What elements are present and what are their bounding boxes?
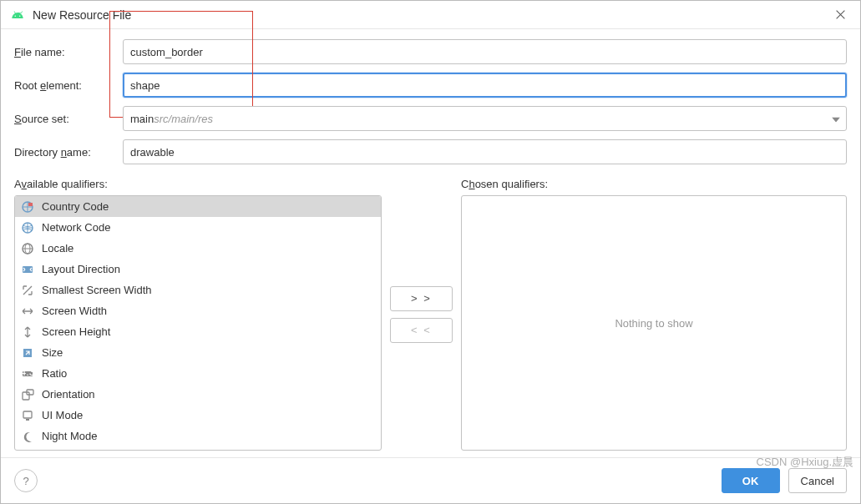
list-item-label: Country Code	[42, 200, 109, 213]
list-item[interactable]: Smallest Screen Width	[15, 280, 381, 300]
dialog-window: New Resource File File name: Root elemen…	[0, 0, 861, 504]
svg-rect-9	[23, 392, 29, 400]
expand-icon	[20, 345, 35, 360]
globe-net-icon	[20, 220, 35, 235]
svg-text:4:3: 4:3	[21, 367, 34, 378]
list-item[interactable]: Orientation	[15, 384, 381, 405]
form-section: File name: Root element: Source set: mai…	[1, 29, 860, 178]
arrows-lr-icon	[20, 262, 35, 277]
list-item[interactable]: Layout Direction	[15, 259, 381, 280]
remove-qualifier-button[interactable]: < <	[390, 318, 453, 343]
list-item-label: Screen Width	[42, 305, 107, 317]
chosen-qualifiers-label: Chosen qualifiers:	[461, 178, 847, 190]
list-item-label: Ratio	[42, 367, 67, 380]
globe-icon	[20, 241, 35, 256]
root-element-input[interactable]	[123, 73, 847, 98]
file-name-label: File name:	[14, 46, 123, 58]
svg-rect-1	[28, 203, 33, 206]
ok-button[interactable]: OK	[722, 468, 780, 493]
list-item[interactable]: Screen Width	[15, 300, 381, 321]
list-item[interactable]: Screen Height	[15, 321, 381, 342]
list-item[interactable]: 4:3Ratio	[15, 363, 381, 384]
available-qualifiers-label: Available qualifiers:	[14, 178, 382, 190]
list-item[interactable]: UI Mode	[15, 405, 381, 426]
list-item[interactable]: Night Mode	[15, 426, 381, 446]
orientation-icon	[20, 387, 35, 402]
list-item[interactable]: Size	[15, 342, 381, 363]
arrows-v-icon	[20, 325, 35, 340]
list-item-label: Screen Height	[42, 325, 110, 338]
empty-state-text: Nothing to show	[462, 196, 846, 450]
list-item[interactable]: Locale	[15, 238, 381, 259]
footer: ? OK Cancel	[1, 457, 860, 503]
list-item-label: Locale	[42, 242, 73, 255]
ratio-icon: 4:3	[20, 366, 35, 381]
svg-rect-12	[26, 419, 29, 421]
list-item-label: Night Mode	[42, 430, 97, 442]
svg-rect-11	[23, 411, 32, 418]
chosen-qualifiers-list[interactable]: Nothing to show	[461, 195, 847, 451]
list-item-label: Smallest Screen Width	[42, 284, 152, 296]
directory-name-label: Directory name:	[14, 146, 123, 159]
list-item-label: Orientation	[42, 388, 95, 401]
cancel-button[interactable]: Cancel	[788, 468, 847, 493]
file-name-input[interactable]	[123, 39, 847, 64]
ui-mode-icon	[20, 408, 35, 423]
globe-flag-icon	[20, 199, 35, 214]
list-item-label: Layout Direction	[42, 263, 120, 275]
root-element-label: Root element:	[14, 79, 123, 92]
available-qualifiers-list[interactable]: Country CodeNetwork CodeLocaleLayout Dir…	[14, 195, 382, 451]
list-item[interactable]: Network Code	[15, 217, 381, 238]
dialog-title: New Resource File	[33, 8, 131, 22]
arrows-diag-icon	[20, 283, 35, 298]
qualifiers-section: Available qualifiers: Country CodeNetwor…	[1, 178, 860, 457]
source-set-label: Source set:	[14, 113, 123, 125]
source-set-dropdown[interactable]: main src/main/res	[123, 106, 847, 131]
list-item[interactable]: Country Code	[15, 196, 381, 217]
add-qualifier-button[interactable]: > >	[390, 286, 453, 311]
list-item-label: Network Code	[42, 221, 110, 234]
svg-rect-5	[23, 266, 33, 273]
close-button[interactable]	[828, 3, 852, 27]
list-item-label: Size	[42, 346, 63, 359]
move-buttons: > > < <	[390, 178, 453, 451]
arrows-h-icon	[20, 304, 35, 319]
android-icon	[9, 7, 26, 23]
directory-name-input[interactable]	[123, 139, 847, 164]
help-button[interactable]: ?	[14, 469, 38, 492]
list-item-label: UI Mode	[42, 409, 83, 421]
titlebar: New Resource File	[1, 1, 860, 29]
night-icon	[20, 429, 35, 444]
